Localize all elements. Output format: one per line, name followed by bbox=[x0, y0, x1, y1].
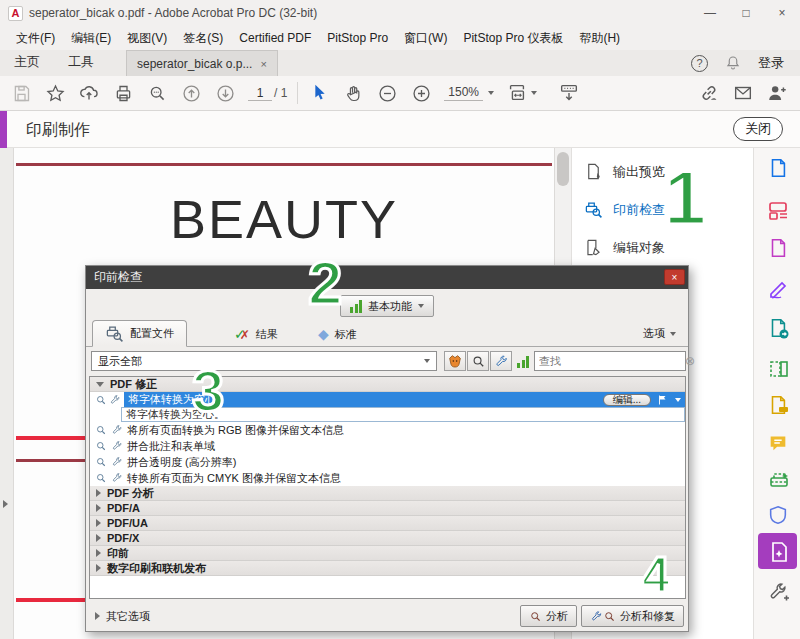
organize-pages-icon[interactable] bbox=[766, 356, 790, 380]
flag-icon[interactable] bbox=[657, 394, 669, 406]
edit-fixup-button[interactable]: 编辑... bbox=[603, 394, 651, 406]
close-document-tab-icon[interactable]: × bbox=[260, 58, 266, 70]
dialog-close-button[interactable]: × bbox=[664, 269, 685, 285]
next-page-icon[interactable] bbox=[208, 79, 242, 107]
fill-sign-icon[interactable] bbox=[766, 276, 790, 300]
left-panel-toggle-icon[interactable] bbox=[3, 500, 8, 508]
window-title: seperator_bicak o.pdf - Adobe Acrobat Pr… bbox=[29, 6, 317, 20]
menu-item-sign[interactable]: 签名(S) bbox=[175, 27, 231, 50]
fit-width-dropdown[interactable] bbox=[500, 79, 542, 107]
stamp-icon[interactable] bbox=[766, 393, 790, 417]
purple-accent-bar bbox=[0, 111, 7, 148]
notifications-bell-icon[interactable] bbox=[724, 54, 742, 72]
group-pdf-a[interactable]: PDF/A bbox=[90, 501, 685, 516]
tab-home[interactable]: 主页 bbox=[0, 48, 54, 76]
menu-item-file[interactable]: 文件(F) bbox=[8, 27, 63, 50]
tool-label: 输出预览 bbox=[613, 163, 665, 181]
tab-standards[interactable]: ◆ 标准 bbox=[318, 326, 357, 342]
export-pdf-icon[interactable] bbox=[766, 156, 790, 180]
preflight-search-input[interactable] bbox=[535, 355, 685, 367]
chevron-collapsed-icon bbox=[96, 504, 101, 512]
fixup-row[interactable]: 拼合透明度 (高分辨率) bbox=[90, 454, 685, 470]
options-dropdown[interactable]: 选项 bbox=[643, 326, 676, 341]
help-icon[interactable]: ? bbox=[691, 55, 708, 72]
save-icon[interactable] bbox=[4, 79, 38, 107]
hide-toolbar-icon[interactable] bbox=[552, 79, 586, 107]
edit-pdf-icon[interactable] bbox=[766, 236, 790, 260]
zoom-level-value: 150% bbox=[444, 85, 483, 101]
menu-item-pitstop-dashboard[interactable]: PitStop Pro 仪表板 bbox=[455, 27, 571, 50]
previous-page-icon[interactable] bbox=[174, 79, 208, 107]
group-digital-publishing[interactable]: 数字印刷和联机发布 bbox=[90, 561, 685, 576]
group-label: PDF 修正 bbox=[110, 377, 157, 392]
document-heading: BEAUTY bbox=[14, 188, 554, 250]
send-for-signature-icon[interactable] bbox=[766, 316, 790, 340]
zoom-out-icon[interactable] bbox=[370, 79, 404, 107]
maximize-button[interactable]: □ bbox=[728, 0, 764, 26]
fixup-filter-button[interactable] bbox=[490, 351, 512, 371]
tab-tools[interactable]: 工具 bbox=[54, 48, 108, 76]
comment-icon[interactable] bbox=[766, 431, 790, 455]
close-button[interactable]: × bbox=[764, 0, 800, 26]
group-pdf-x[interactable]: PDF/X bbox=[90, 531, 685, 546]
fixup-row[interactable]: 将所有页面转换为 RGB 图像并保留文本信息 bbox=[90, 422, 685, 438]
check-filter-button[interactable] bbox=[467, 351, 489, 371]
tool-label: 编辑对象 bbox=[613, 239, 665, 257]
cloud-upload-icon[interactable] bbox=[72, 79, 106, 107]
menu-item-help[interactable]: 帮助(H) bbox=[571, 27, 628, 50]
zoom-level-dropdown[interactable]: 150% bbox=[438, 85, 500, 101]
analyze-fix-label: 分析和修复 bbox=[620, 609, 675, 624]
menu-item-edit[interactable]: 编辑(E) bbox=[63, 27, 119, 50]
pitstop-filter-button[interactable] bbox=[444, 351, 466, 371]
group-pdf-ua[interactable]: PDF/UA bbox=[90, 516, 685, 531]
combine-files-icon[interactable] bbox=[766, 198, 790, 222]
show-all-dropdown[interactable]: 显示全部 bbox=[91, 351, 437, 371]
star-favorite-icon[interactable] bbox=[38, 79, 72, 107]
analyze-button[interactable]: 分析 bbox=[520, 605, 577, 627]
chevron-down-icon bbox=[424, 359, 430, 363]
other-options-toggle[interactable]: 其它选项 bbox=[89, 609, 150, 624]
tab-profiles[interactable]: 配置文件 bbox=[92, 320, 187, 347]
group-label: PDF 分析 bbox=[107, 486, 154, 501]
tool-edit-object[interactable]: 编辑对象 bbox=[584, 238, 665, 257]
analyze-and-fix-button[interactable]: 分析和修复 bbox=[581, 605, 684, 627]
library-label: 基本功能 bbox=[368, 299, 412, 314]
chevron-collapsed-icon bbox=[96, 534, 101, 542]
search-field[interactable]: ⊗ bbox=[534, 351, 686, 371]
dialog-title-bar[interactable]: 印前检查 × bbox=[86, 266, 688, 289]
minimize-button[interactable]: — bbox=[692, 0, 728, 26]
zoom-in-icon[interactable] bbox=[404, 79, 438, 107]
protect-icon[interactable] bbox=[766, 503, 790, 527]
select-tool-cursor-icon[interactable] bbox=[302, 79, 336, 107]
tool-preflight[interactable]: 印前检查 bbox=[584, 200, 665, 219]
clear-search-icon[interactable]: ⊗ bbox=[685, 354, 698, 368]
hand-tool-icon[interactable] bbox=[336, 79, 370, 107]
share-link-icon[interactable] bbox=[692, 79, 726, 107]
library-dropdown-button[interactable]: 基本功能 bbox=[340, 295, 434, 317]
more-tools-icon[interactable] bbox=[766, 580, 790, 604]
print-icon[interactable] bbox=[106, 79, 140, 107]
scan-ocr-icon[interactable] bbox=[766, 468, 790, 492]
close-print-production-button[interactable]: 关闭 bbox=[733, 117, 783, 141]
group-pdf-fixups[interactable]: PDF 修正 bbox=[90, 377, 685, 392]
share-with-people-icon[interactable] bbox=[760, 79, 794, 107]
fixup-row[interactable]: 拼合批注和表单域 bbox=[90, 438, 685, 454]
menu-item-window[interactable]: 窗口(W) bbox=[396, 27, 455, 50]
page-number-input[interactable]: 1 bbox=[248, 86, 272, 101]
tab-document[interactable]: seperator_bicak o.p... × bbox=[126, 50, 278, 76]
tab-results[interactable]: ✓✗ 结果 bbox=[234, 326, 278, 342]
menu-item-certified-pdf[interactable]: Certified PDF bbox=[231, 28, 319, 48]
email-icon[interactable] bbox=[726, 79, 760, 107]
menu-item-view[interactable]: 视图(V) bbox=[119, 27, 175, 50]
group-pdf-analysis[interactable]: PDF 分析 bbox=[90, 486, 685, 501]
sign-in-button[interactable]: 登录 bbox=[758, 54, 784, 72]
menu-item-pitstop-pro[interactable]: PitStop Pro bbox=[319, 28, 396, 48]
fixup-row[interactable]: 转换所有页面为 CMYK 图像并保留文本信息 bbox=[90, 470, 685, 486]
scrollbar-thumb[interactable] bbox=[557, 152, 569, 186]
group-prepress[interactable]: 印前 bbox=[90, 546, 685, 561]
search-icon[interactable] bbox=[140, 79, 174, 107]
fixup-row-selected[interactable]: 将字体转换为空心 编辑... bbox=[90, 392, 685, 407]
print-production-active-tile[interactable] bbox=[758, 533, 797, 569]
main-toolbar: 1 / 1 150% bbox=[0, 76, 800, 111]
tool-output-preview[interactable]: 输出预览 bbox=[584, 162, 665, 181]
